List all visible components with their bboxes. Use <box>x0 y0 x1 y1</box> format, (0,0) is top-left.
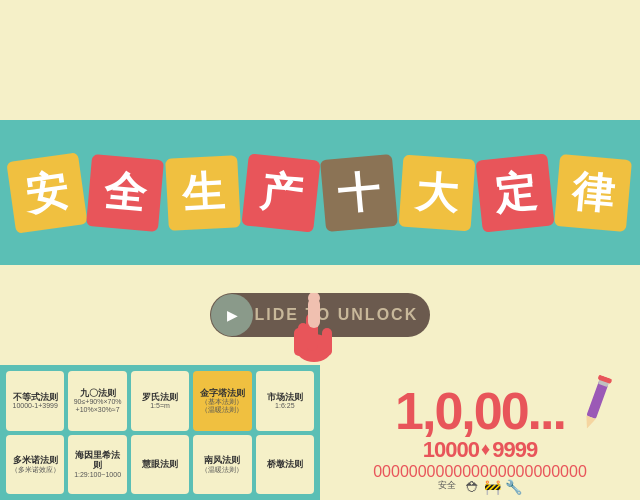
title-char-6: 定 <box>475 153 554 232</box>
grid-cell-6: 海因里希法则 1:29:100~1000 <box>68 435 126 495</box>
title-char-5: 大 <box>399 154 476 231</box>
title-char-4: 十 <box>320 153 398 231</box>
grid-cell-4: 市场法则 1:6:25 <box>256 371 314 431</box>
grid-cell-2-title: 罗氏法则 <box>142 392 178 403</box>
svg-rect-4 <box>298 323 308 353</box>
grid-cell-8-sub: （温暖法则） <box>201 466 243 474</box>
grid-cell-1-sub: 90≤+90%×70%+10%×30%≈7 <box>74 398 122 413</box>
grid-cell-5-sub: （多米诺效应） <box>11 466 60 474</box>
safety-label: 安全 <box>438 479 456 495</box>
title-char-7: 律 <box>554 153 632 231</box>
top-section <box>0 0 640 120</box>
title-section: 安 全 生 产 十 大 定 律 <box>0 120 640 265</box>
helmet-icon: ⛑ <box>466 479 480 495</box>
barrier-icon: 🚧 <box>484 479 501 495</box>
grid-cell-1: 九〇法则 90≤+90%×70%+10%×30%≈7 <box>68 371 126 431</box>
grid-cell-1-title: 九〇法则 <box>80 388 116 399</box>
safety-icons: ⛑ 🚧 🔧 <box>466 479 522 495</box>
grid-cell-6-title: 海因里希法则 <box>71 450 123 472</box>
title-container: 安 全 生 产 十 大 定 律 <box>11 157 629 229</box>
grid-cell-7-title: 慧眼法则 <box>142 459 178 470</box>
grid-cell-3-title: 金字塔法则 <box>200 388 245 399</box>
bottom-right-numbers: 1,0,00... 10000 ♦ 9999 00000000000000000… <box>320 365 640 500</box>
grid-cell-8: 南风法则 （温暖法则） <box>193 435 251 495</box>
svg-rect-3 <box>322 328 332 356</box>
grid-cell-7: 慧眼法则 <box>131 435 189 495</box>
number-row-2: 9999 <box>492 437 537 463</box>
grid-cell-0-sub: 10000-1+3999 <box>13 402 58 410</box>
pencil-icon <box>570 372 620 441</box>
grid-cell-2: 罗氏法则 1:5=m <box>131 371 189 431</box>
zero-row: 000000000000000000000000 <box>373 463 587 481</box>
grid-cell-4-title: 市场法则 <box>267 392 303 403</box>
title-char-3: 产 <box>241 153 320 232</box>
number-row-1: 10000 <box>423 437 479 463</box>
title-char-0: 安 <box>6 152 87 233</box>
title-char-1: 全 <box>86 153 164 231</box>
grid-cell-4-sub: 1:6:25 <box>275 402 294 410</box>
grid-cell-8-title: 南风法则 <box>204 455 240 466</box>
grid-cell-9: 桥墩法则 <box>256 435 314 495</box>
grid-cell-5: 多米诺法则 （多米诺效应） <box>6 435 64 495</box>
grid-cell-9-title: 桥墩法则 <box>267 459 303 470</box>
bottom-label-row: 安全 ⛑ 🚧 🔧 <box>320 479 640 495</box>
hand-pointer-icon <box>284 293 344 375</box>
unlock-handle[interactable] <box>211 294 253 336</box>
grid-cell-2-sub: 1:5=m <box>150 402 170 410</box>
tool-icon: 🔧 <box>505 479 522 495</box>
grid-cell-0: 不等式法则 10000-1+3999 <box>6 371 64 431</box>
grid-cell-0-title: 不等式法则 <box>13 392 58 403</box>
grid-cell-6-sub: 1:29:100~1000 <box>74 471 121 479</box>
grid-cell-5-title: 多米诺法则 <box>13 455 58 466</box>
big-number-display: 1,0,00... <box>395 385 565 437</box>
grid-cell-3-sub: （基本法则）（温暖法则） <box>201 398 243 413</box>
title-char-2: 生 <box>165 155 241 231</box>
bottom-left-grid: 不等式法则 10000-1+3999 九〇法则 90≤+90%×70%+10%×… <box>0 365 320 500</box>
unlock-section: SLIDE TO UNLOCK <box>0 265 640 365</box>
page-container: 安 全 生 产 十 大 定 律 SLIDE TO UNLOCK <box>0 0 640 500</box>
bottom-section: 不等式法则 10000-1+3999 九〇法则 90≤+90%×70%+10%×… <box>0 365 640 500</box>
grid-cell-3: 金字塔法则 （基本法则）（温暖法则） <box>193 371 251 431</box>
